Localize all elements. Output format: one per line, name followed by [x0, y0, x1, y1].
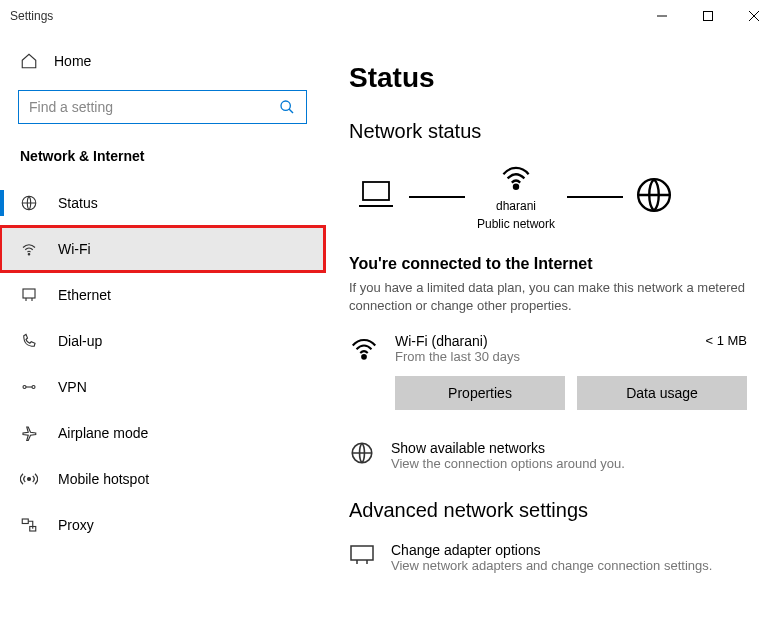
connected-title: You're connected to the Internet: [349, 255, 747, 273]
laptop-icon: [355, 178, 397, 216]
diagram-line: [567, 196, 623, 198]
sidebar-item-dialup[interactable]: Dial-up: [0, 318, 325, 364]
svg-rect-22: [351, 546, 373, 560]
close-button[interactable]: [731, 0, 777, 32]
adapter-icon: [349, 542, 375, 568]
show-networks-sub: View the connection options around you.: [391, 456, 625, 471]
sidebar-item-vpn[interactable]: VPN: [0, 364, 325, 410]
search-input[interactable]: [29, 99, 278, 115]
show-networks-title: Show available networks: [391, 440, 625, 456]
proxy-icon: [20, 516, 38, 534]
sidebar-item-label: Dial-up: [58, 333, 102, 349]
sidebar-item-label: Status: [58, 195, 98, 211]
window-title: Settings: [10, 9, 53, 23]
maximize-button[interactable]: [685, 0, 731, 32]
svg-point-12: [32, 386, 35, 389]
home-link[interactable]: Home: [0, 42, 325, 80]
globe-icon: [635, 176, 673, 218]
svg-point-14: [28, 478, 31, 481]
svg-point-7: [28, 254, 30, 256]
wifi-name: Wi-Fi (dharani): [395, 333, 689, 349]
airplane-icon: [20, 424, 38, 442]
page-title: Status: [349, 62, 747, 94]
ethernet-icon: [20, 286, 38, 304]
svg-point-18: [514, 185, 518, 189]
sidebar-item-status[interactable]: Status: [0, 180, 325, 226]
advanced-heading: Advanced network settings: [349, 499, 747, 522]
svg-rect-15: [22, 519, 28, 524]
wifi-icon: [349, 333, 379, 363]
svg-rect-8: [23, 289, 35, 298]
sidebar-item-label: Proxy: [58, 517, 94, 533]
main-content: Status Network status dharani Public net…: [325, 32, 777, 634]
svg-rect-17: [363, 182, 389, 200]
wifi-connection-row: Wi-Fi (dharani) From the last 30 days < …: [349, 327, 747, 376]
titlebar: Settings: [0, 0, 777, 32]
connected-desc: If you have a limited data plan, you can…: [349, 279, 747, 315]
network-diagram: dharani Public network: [349, 163, 747, 231]
wifi-usage: < 1 MB: [705, 333, 747, 348]
sidebar-item-label: Ethernet: [58, 287, 111, 303]
svg-point-20: [362, 355, 366, 359]
category-label: Network & Internet: [0, 138, 325, 180]
diagram-network-type: Public network: [477, 217, 555, 231]
search-icon: [278, 98, 296, 116]
home-label: Home: [54, 53, 91, 69]
network-status-heading: Network status: [349, 120, 747, 143]
adapter-title: Change adapter options: [391, 542, 712, 558]
sidebar-item-ethernet[interactable]: Ethernet: [0, 272, 325, 318]
diagram-ssid: dharani: [496, 199, 536, 213]
search-box[interactable]: [18, 90, 307, 124]
adapter-options-link[interactable]: Change adapter options View network adap…: [349, 542, 747, 573]
wifi-icon: [20, 240, 38, 258]
sidebar-item-label: Mobile hotspot: [58, 471, 149, 487]
show-networks-link[interactable]: Show available networks View the connect…: [349, 440, 747, 471]
sidebar: Home Network & Internet Status Wi-Fi: [0, 32, 325, 634]
sidebar-item-hotspot[interactable]: Mobile hotspot: [0, 456, 325, 502]
sidebar-item-airplane[interactable]: Airplane mode: [0, 410, 325, 456]
dialup-icon: [20, 332, 38, 350]
sidebar-item-label: Wi-Fi: [58, 241, 91, 257]
wifi-diagram-icon: [499, 163, 533, 195]
status-icon: [20, 194, 38, 212]
adapter-sub: View network adapters and change connect…: [391, 558, 712, 573]
svg-point-11: [23, 386, 26, 389]
sidebar-item-wifi[interactable]: Wi-Fi: [0, 226, 325, 272]
diagram-line: [409, 196, 465, 198]
globe-icon: [349, 440, 375, 466]
svg-rect-1: [704, 12, 713, 21]
sidebar-item-label: Airplane mode: [58, 425, 148, 441]
vpn-icon: [20, 378, 38, 396]
sidebar-item-proxy[interactable]: Proxy: [0, 502, 325, 548]
sidebar-item-label: VPN: [58, 379, 87, 395]
data-usage-button[interactable]: Data usage: [577, 376, 747, 410]
home-icon: [20, 52, 38, 70]
svg-point-4: [281, 101, 290, 110]
wifi-period: From the last 30 days: [395, 349, 689, 364]
properties-button[interactable]: Properties: [395, 376, 565, 410]
svg-line-5: [289, 109, 293, 113]
minimize-button[interactable]: [639, 0, 685, 32]
hotspot-icon: [20, 470, 38, 488]
